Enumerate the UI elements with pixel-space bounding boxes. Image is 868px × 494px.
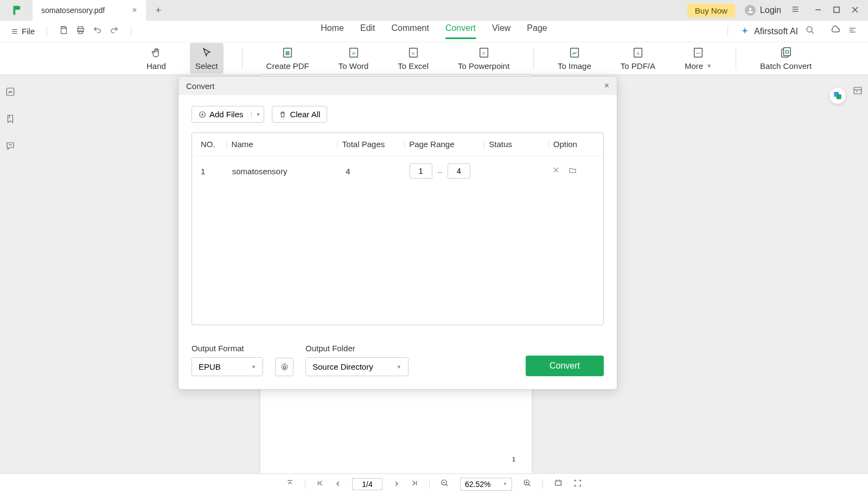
svg-text:A: A xyxy=(636,51,639,56)
to-pdfa-tool[interactable]: A To PDF/A xyxy=(615,43,661,74)
output-format-select[interactable]: EPUB ▼ xyxy=(192,357,263,376)
tab-title: somatosensory.pdf xyxy=(41,6,105,15)
ai-label: Afirstsoft AI xyxy=(754,27,798,36)
next-page-icon[interactable] xyxy=(393,479,400,489)
tab-comment[interactable]: Comment xyxy=(392,23,429,39)
svg-rect-11 xyxy=(62,27,66,29)
to-word-label: To Word xyxy=(339,61,369,71)
undo-icon[interactable] xyxy=(93,26,102,37)
output-format-label: Output Format xyxy=(192,344,263,353)
cursor-icon xyxy=(201,46,212,59)
chevron-down-icon: ▼ xyxy=(706,63,712,69)
to-image-tool[interactable]: To Image xyxy=(552,43,597,74)
more-label: More xyxy=(685,61,703,71)
save-icon[interactable] xyxy=(59,26,68,37)
menu-lines-icon[interactable] xyxy=(848,26,857,37)
col-option: Option xyxy=(553,140,595,149)
to-excel-tool[interactable]: E To Excel xyxy=(392,43,434,74)
add-files-button[interactable]: Add Files ▼ xyxy=(192,106,264,123)
tab-close-icon[interactable]: × xyxy=(132,5,137,15)
batch-icon xyxy=(780,46,792,59)
batch-convert-tool[interactable]: Batch Convert xyxy=(755,43,817,74)
modal-close-icon[interactable]: × xyxy=(604,81,609,91)
document-tab[interactable]: somatosensory.pdf × xyxy=(33,0,146,21)
hand-tool[interactable]: Hand xyxy=(141,43,171,74)
zoom-in-icon[interactable] xyxy=(523,479,532,490)
convert-button[interactable]: Convert xyxy=(526,356,604,376)
tab-convert[interactable]: Convert xyxy=(445,23,476,39)
separator xyxy=(131,26,131,37)
floating-translate-button[interactable] xyxy=(829,87,846,104)
select-tool[interactable]: Select xyxy=(190,43,224,74)
tab-page[interactable]: Page xyxy=(527,23,547,39)
remove-row-icon[interactable] xyxy=(552,166,560,176)
scroll-top-icon[interactable] xyxy=(286,479,294,489)
svg-text:E: E xyxy=(412,51,414,56)
row-name: somatosensory xyxy=(232,167,341,176)
range-to-input[interactable] xyxy=(448,163,470,179)
zoom-select[interactable]: 62.52% ▼ xyxy=(460,478,512,491)
output-folder-select[interactable]: Source Directory ▼ xyxy=(305,357,409,376)
to-word-tool[interactable]: W To Word xyxy=(333,43,374,74)
comment-sidebar-icon[interactable] xyxy=(5,141,15,153)
first-page-icon[interactable] xyxy=(316,479,324,489)
thumbnail-icon[interactable] xyxy=(5,87,15,99)
prev-page-icon[interactable] xyxy=(335,479,341,489)
col-no: NO. xyxy=(201,140,227,149)
clear-all-button[interactable]: Clear All xyxy=(272,106,327,123)
svg-point-35 xyxy=(698,53,699,54)
app-logo xyxy=(0,4,33,16)
hand-label: Hand xyxy=(146,61,166,71)
file-menu[interactable]: File xyxy=(11,27,35,36)
more-tool[interactable]: More▼ xyxy=(679,43,717,74)
col-name: Name xyxy=(232,140,337,149)
maximize-icon[interactable] xyxy=(833,5,840,15)
to-ppt-label: To Powerpoint xyxy=(458,61,509,71)
add-files-label: Add Files xyxy=(209,110,244,119)
chevron-down-icon: ▼ xyxy=(251,112,261,117)
hamburger-icon[interactable] xyxy=(791,5,800,16)
range-from-input[interactable] xyxy=(410,163,432,179)
redo-icon[interactable] xyxy=(110,26,119,37)
modal-title: Convert xyxy=(186,81,215,91)
tab-view[interactable]: View xyxy=(492,23,510,39)
chevron-down-icon: ▼ xyxy=(503,482,507,486)
create-pdf-tool[interactable]: Create PDF xyxy=(261,43,315,74)
buy-now-button[interactable]: Buy Now xyxy=(687,4,735,17)
output-folder-label: Output Folder xyxy=(305,344,409,353)
close-icon[interactable] xyxy=(852,5,858,15)
more-icon xyxy=(692,46,704,59)
new-tab-button[interactable]: + xyxy=(156,5,162,16)
page-input[interactable] xyxy=(352,478,382,490)
svg-rect-5 xyxy=(834,7,839,12)
fit-width-icon[interactable] xyxy=(554,479,563,490)
to-powerpoint-tool[interactable]: P To Powerpoint xyxy=(452,43,515,74)
col-range: Page Range xyxy=(409,140,484,149)
cloud-icon[interactable] xyxy=(830,25,840,37)
zoom-out-icon[interactable] xyxy=(441,479,449,490)
search-icon[interactable] xyxy=(806,26,815,37)
to-pdfa-label: To PDF/A xyxy=(621,61,655,71)
word-icon: W xyxy=(348,46,360,59)
login-button[interactable]: Login xyxy=(745,5,781,16)
svg-point-0 xyxy=(749,8,752,10)
row-pages: 4 xyxy=(346,167,409,176)
tab-home[interactable]: Home xyxy=(321,23,344,39)
format-settings-button[interactable] xyxy=(275,358,293,376)
print-icon[interactable] xyxy=(76,26,85,37)
fit-page-icon[interactable] xyxy=(573,479,582,490)
tab-edit[interactable]: Edit xyxy=(360,23,375,39)
minimize-icon[interactable] xyxy=(815,5,821,15)
convert-toolbar: Hand Select Create PDF W To Word E To Ex… xyxy=(0,42,868,75)
separator xyxy=(47,26,47,37)
last-page-icon[interactable] xyxy=(411,479,418,489)
ai-button[interactable]: Afirstsoft AI xyxy=(740,27,798,36)
separator xyxy=(727,26,728,37)
col-status: Status xyxy=(489,140,548,149)
login-text: Login xyxy=(760,5,781,15)
sparkle-icon xyxy=(740,27,750,36)
open-folder-icon[interactable] xyxy=(569,166,577,176)
panel-icon[interactable] xyxy=(853,86,863,98)
svg-point-34 xyxy=(696,53,697,54)
bookmark-icon[interactable] xyxy=(5,114,15,126)
